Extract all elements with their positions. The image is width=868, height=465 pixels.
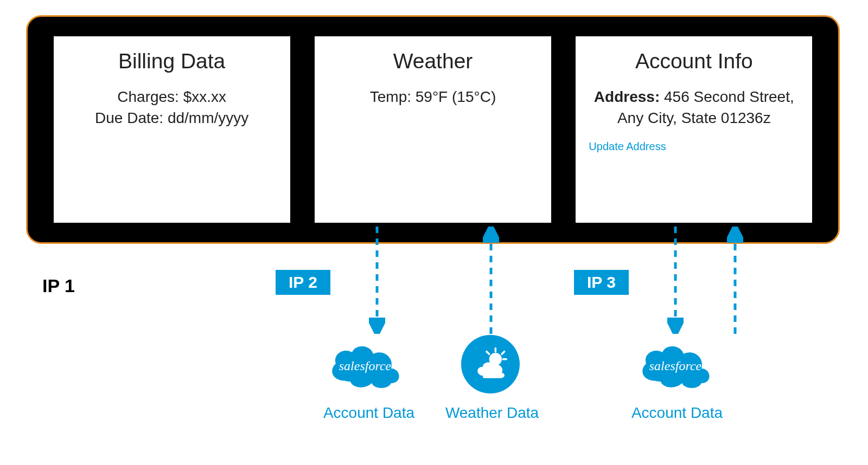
svg-line-6	[502, 352, 505, 354]
salesforce-icon-left: salesforce	[324, 336, 406, 393]
account-address-label: Address:	[594, 88, 660, 105]
salesforce-icon-right: salesforce	[635, 336, 716, 393]
salesforce-text-right: salesforce	[635, 359, 716, 373]
arrow-down-account-to-sf	[667, 227, 684, 334]
flex-cards-container: Billing Data Charges: $xx.xx Due Date: d…	[26, 15, 840, 244]
billing-title: Billing Data	[67, 49, 277, 73]
weather-title: Weather	[328, 49, 538, 73]
svg-line-8	[487, 352, 489, 354]
arrow-up-sf-to-account	[727, 227, 743, 334]
account-address-line: Address: 456 Second Street, Any City, St…	[589, 86, 799, 128]
ip1-label: IP 1	[42, 275, 75, 296]
billing-due-line: Due Date: dd/mm/yyyy	[67, 107, 277, 128]
account-info-card: Account Info Address: 456 Second Street,…	[575, 35, 813, 224]
billing-charges-value: $xx.xx	[183, 88, 226, 105]
weather-icon	[461, 335, 520, 393]
billing-data-card: Billing Data Charges: $xx.xx Due Date: d…	[53, 35, 291, 224]
salesforce-text-left: salesforce	[324, 359, 406, 373]
weather-card: Weather Temp: 59°F (15°C)	[314, 35, 552, 224]
billing-due-value: dd/mm/yyyy	[168, 109, 248, 126]
weather-temp-label: Temp:	[370, 88, 411, 105]
billing-charges-line: Charges: $xx.xx	[67, 86, 277, 107]
billing-charges-label: Charges:	[117, 88, 179, 105]
account-data-label-right: Account Data	[623, 404, 731, 422]
arrow-up-weatherdata-to-card	[483, 227, 499, 334]
account-title: Account Info	[589, 49, 799, 73]
billing-due-label: Due Date:	[95, 109, 163, 126]
weather-temp-value: 59°F (15°C)	[416, 88, 496, 105]
weather-data-label: Weather Data	[435, 404, 549, 422]
account-data-label-left: Account Data	[315, 404, 423, 422]
arrow-down-weather-to-sf	[369, 227, 385, 334]
ip2-tag: IP 2	[276, 270, 330, 295]
ip3-tag: IP 3	[574, 270, 629, 295]
update-address-link[interactable]: Update Address	[589, 140, 799, 153]
weather-temp-line: Temp: 59°F (15°C)	[328, 86, 538, 107]
